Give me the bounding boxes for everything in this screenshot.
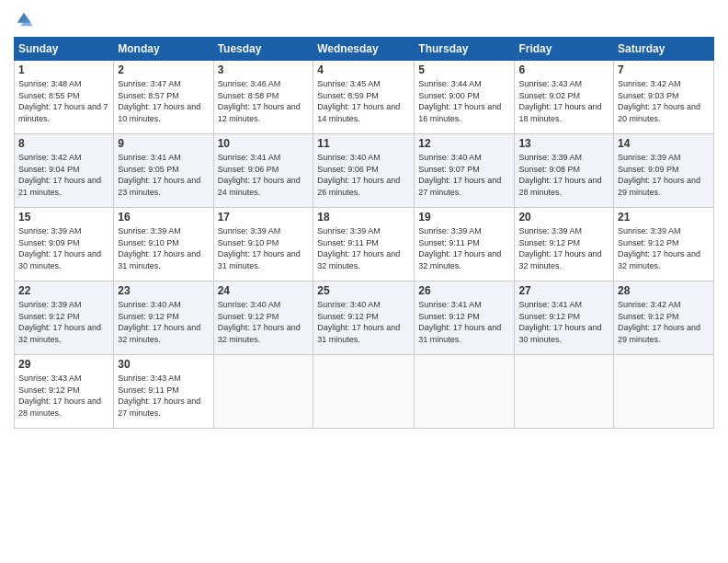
calendar-cell: 3 Sunrise: 3:46 AMSunset: 8:58 PMDayligh… [213,61,313,134]
calendar-cell: 26 Sunrise: 3:41 AMSunset: 9:12 PMDaylig… [415,282,515,355]
day-info: Sunrise: 3:41 AMSunset: 9:06 PMDaylight:… [218,153,301,197]
day-number: 18 [317,211,410,224]
calendar-body: 1 Sunrise: 3:48 AMSunset: 8:55 PMDayligh… [15,61,714,429]
day-info: Sunrise: 3:39 AMSunset: 9:12 PMDaylight:… [518,226,601,270]
calendar-cell: 2 Sunrise: 3:47 AMSunset: 8:57 PMDayligh… [114,61,213,134]
calendar-cell [515,355,614,429]
calendar-week-row: 15 Sunrise: 3:39 AMSunset: 9:09 PMDaylig… [15,208,714,282]
day-info: Sunrise: 3:40 AMSunset: 9:06 PMDaylight:… [317,153,400,197]
logo-icon [14,9,34,29]
calendar-cell: 17 Sunrise: 3:39 AMSunset: 9:10 PMDaylig… [213,208,313,282]
day-number: 21 [618,211,710,224]
calendar-cell: 16 Sunrise: 3:39 AMSunset: 9:10 PMDaylig… [114,208,213,282]
day-number: 20 [518,211,609,224]
day-number: 14 [618,137,710,150]
day-number: 10 [218,137,310,150]
weekday-header-cell: Thursday [415,38,515,61]
day-info: Sunrise: 3:42 AMSunset: 9:03 PMDaylight:… [618,79,700,123]
day-info: Sunrise: 3:45 AMSunset: 8:59 PMDaylight:… [317,79,400,123]
day-number: 28 [618,284,710,297]
day-number: 24 [218,284,310,297]
calendar-cell: 11 Sunrise: 3:40 AMSunset: 9:06 PMDaylig… [313,134,415,208]
weekday-header-row: SundayMondayTuesdayWednesdayThursdayFrid… [15,38,714,61]
day-number: 13 [518,137,609,150]
calendar-cell: 4 Sunrise: 3:45 AMSunset: 8:59 PMDayligh… [313,61,415,134]
day-number: 8 [18,137,109,150]
calendar-cell: 30 Sunrise: 3:43 AMSunset: 9:11 PMDaylig… [114,355,213,429]
day-number: 5 [418,63,510,76]
day-info: Sunrise: 3:46 AMSunset: 8:58 PMDaylight:… [218,79,301,123]
day-info: Sunrise: 3:40 AMSunset: 9:12 PMDaylight:… [118,300,200,344]
day-info: Sunrise: 3:39 AMSunset: 9:11 PMDaylight:… [317,226,400,270]
calendar-cell: 20 Sunrise: 3:39 AMSunset: 9:12 PMDaylig… [515,208,614,282]
day-number: 30 [118,358,209,371]
day-number: 22 [18,284,109,297]
header [14,9,714,29]
calendar-cell: 28 Sunrise: 3:42 AMSunset: 9:12 PMDaylig… [614,282,714,355]
weekday-header-cell: Saturday [614,38,714,61]
calendar-week-row: 1 Sunrise: 3:48 AMSunset: 8:55 PMDayligh… [15,61,714,134]
calendar-cell: 13 Sunrise: 3:39 AMSunset: 9:08 PMDaylig… [515,134,614,208]
day-number: 23 [118,284,209,297]
calendar-cell: 22 Sunrise: 3:39 AMSunset: 9:12 PMDaylig… [15,282,114,355]
day-info: Sunrise: 3:39 AMSunset: 9:09 PMDaylight:… [18,226,101,270]
calendar-cell: 24 Sunrise: 3:40 AMSunset: 9:12 PMDaylig… [213,282,313,355]
day-info: Sunrise: 3:43 AMSunset: 9:12 PMDaylight:… [18,373,101,418]
day-info: Sunrise: 3:40 AMSunset: 9:12 PMDaylight:… [218,300,301,344]
day-number: 19 [418,211,510,224]
day-number: 11 [317,137,410,150]
day-info: Sunrise: 3:39 AMSunset: 9:12 PMDaylight:… [618,226,700,270]
calendar-cell: 8 Sunrise: 3:42 AMSunset: 9:04 PMDayligh… [15,134,114,208]
day-number: 2 [118,63,209,76]
calendar-cell: 23 Sunrise: 3:40 AMSunset: 9:12 PMDaylig… [114,282,213,355]
day-number: 4 [317,63,410,76]
day-info: Sunrise: 3:41 AMSunset: 9:12 PMDaylight:… [518,300,601,344]
calendar-cell: 29 Sunrise: 3:43 AMSunset: 9:12 PMDaylig… [15,355,114,429]
day-number: 1 [18,63,109,76]
calendar-cell: 27 Sunrise: 3:41 AMSunset: 9:12 PMDaylig… [515,282,614,355]
day-number: 7 [618,63,710,76]
day-number: 6 [518,63,609,76]
calendar-cell: 15 Sunrise: 3:39 AMSunset: 9:09 PMDaylig… [15,208,114,282]
day-info: Sunrise: 3:42 AMSunset: 9:04 PMDaylight:… [18,153,101,197]
day-info: Sunrise: 3:42 AMSunset: 9:12 PMDaylight:… [618,300,700,344]
calendar-week-row: 29 Sunrise: 3:43 AMSunset: 9:12 PMDaylig… [15,355,714,429]
weekday-header-cell: Tuesday [213,38,313,61]
day-number: 9 [118,137,209,150]
day-number: 16 [118,211,209,224]
calendar-week-row: 8 Sunrise: 3:42 AMSunset: 9:04 PMDayligh… [15,134,714,208]
day-info: Sunrise: 3:39 AMSunset: 9:09 PMDaylight:… [618,153,700,197]
calendar-cell [313,355,415,429]
calendar-cell: 25 Sunrise: 3:40 AMSunset: 9:12 PMDaylig… [313,282,415,355]
day-number: 3 [218,63,310,76]
calendar-table: SundayMondayTuesdayWednesdayThursdayFrid… [14,37,714,429]
day-number: 29 [18,358,109,371]
day-info: Sunrise: 3:39 AMSunset: 9:11 PMDaylight:… [418,226,501,270]
weekday-header-cell: Sunday [15,38,114,61]
weekday-header-cell: Friday [515,38,614,61]
calendar-cell: 5 Sunrise: 3:44 AMSunset: 9:00 PMDayligh… [415,61,515,134]
day-info: Sunrise: 3:39 AMSunset: 9:10 PMDaylight:… [118,226,200,270]
calendar-cell: 14 Sunrise: 3:39 AMSunset: 9:09 PMDaylig… [614,134,714,208]
day-info: Sunrise: 3:43 AMSunset: 9:02 PMDaylight:… [518,79,601,123]
weekday-header-cell: Monday [114,38,213,61]
day-info: Sunrise: 3:39 AMSunset: 9:10 PMDaylight:… [218,226,301,270]
calendar-cell: 7 Sunrise: 3:42 AMSunset: 9:03 PMDayligh… [614,61,714,134]
day-info: Sunrise: 3:41 AMSunset: 9:12 PMDaylight:… [418,300,501,344]
calendar-cell [415,355,515,429]
calendar-cell: 19 Sunrise: 3:39 AMSunset: 9:11 PMDaylig… [415,208,515,282]
logo [14,9,38,29]
weekday-header-cell: Wednesday [313,38,415,61]
page: SundayMondayTuesdayWednesdayThursdayFrid… [0,0,728,563]
day-info: Sunrise: 3:39 AMSunset: 9:12 PMDaylight:… [18,300,101,344]
calendar-cell: 6 Sunrise: 3:43 AMSunset: 9:02 PMDayligh… [515,61,614,134]
calendar-cell [213,355,313,429]
day-info: Sunrise: 3:48 AMSunset: 8:55 PMDaylight:… [18,79,108,123]
day-number: 12 [418,137,510,150]
calendar-cell: 1 Sunrise: 3:48 AMSunset: 8:55 PMDayligh… [15,61,114,134]
calendar-cell: 9 Sunrise: 3:41 AMSunset: 9:05 PMDayligh… [114,134,213,208]
calendar-cell: 10 Sunrise: 3:41 AMSunset: 9:06 PMDaylig… [213,134,313,208]
calendar-cell [614,355,714,429]
calendar-cell: 21 Sunrise: 3:39 AMSunset: 9:12 PMDaylig… [614,208,714,282]
calendar-cell: 12 Sunrise: 3:40 AMSunset: 9:07 PMDaylig… [415,134,515,208]
